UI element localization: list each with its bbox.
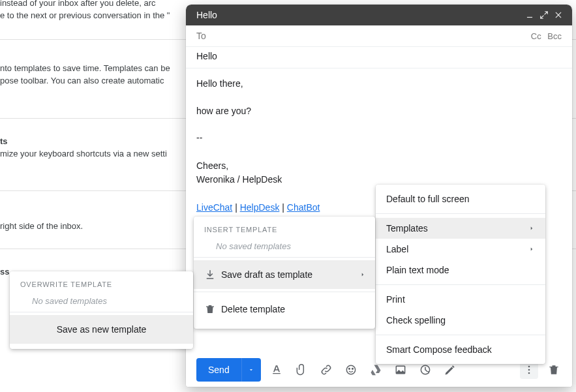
bg-line: nto templates to save time. Templates ca… bbox=[0, 63, 170, 73]
text-format-icon[interactable] bbox=[267, 361, 286, 379]
body-line: Hello there, bbox=[196, 78, 562, 91]
signature-separator: -- bbox=[196, 132, 562, 145]
chevron-right-icon bbox=[528, 223, 535, 234]
overwrite-section: OVERWRITE TEMPLATE bbox=[10, 277, 193, 292]
bg-line: e to the next or previous conversation i… bbox=[0, 10, 170, 20]
menu-save-as-new-template[interactable]: Save as new template bbox=[10, 315, 193, 344]
signature-line: Cheers, bbox=[196, 159, 562, 173]
templates-menu: INSERT TEMPLATE No saved templates Save … bbox=[194, 217, 375, 329]
to-field[interactable]: To Cc Bcc bbox=[186, 25, 572, 47]
link-livechat[interactable]: LiveChat bbox=[196, 202, 232, 213]
menu-check-spelling[interactable]: Check spelling bbox=[376, 310, 545, 331]
menu-delete-template[interactable]: Delete template bbox=[194, 295, 375, 324]
menu-default-fullscreen[interactable]: Default to full screen bbox=[376, 188, 545, 209]
send-button: Send bbox=[196, 358, 261, 382]
link-helpdesk[interactable]: HelpDesk bbox=[240, 202, 280, 213]
save-new-template-label: Save as new template bbox=[57, 324, 147, 335]
body-line: how are you? bbox=[196, 105, 562, 118]
emoji-icon[interactable] bbox=[342, 361, 360, 379]
menu-templates[interactable]: Templates bbox=[376, 218, 545, 239]
download-icon bbox=[204, 269, 221, 280]
menu-save-draft-as-template[interactable]: Save draft as template bbox=[194, 260, 375, 289]
bg-line: instead of your inbox after you delete, … bbox=[0, 0, 155, 8]
subject-value: Hello bbox=[196, 51, 217, 61]
send-options-button[interactable] bbox=[241, 358, 261, 382]
bg-line: pose toolbar. You can also create automa… bbox=[0, 76, 164, 85]
overwrite-empty: No saved templates bbox=[22, 292, 193, 309]
send-button-main[interactable]: Send bbox=[196, 358, 241, 382]
templates-section-insert: INSERT TEMPLATE bbox=[194, 222, 375, 237]
divider bbox=[194, 292, 375, 292]
svg-point-10 bbox=[528, 372, 530, 374]
bg-heading: ts bbox=[0, 136, 8, 146]
fullscreen-icon[interactable] bbox=[537, 8, 551, 22]
menu-print[interactable]: Print bbox=[376, 289, 545, 310]
menu-plain-text[interactable]: Plain text mode bbox=[376, 260, 545, 280]
svg-point-8 bbox=[528, 366, 530, 368]
link-separator: | bbox=[232, 202, 239, 213]
chevron-right-icon bbox=[528, 244, 535, 254]
trash-icon[interactable] bbox=[545, 361, 563, 379]
link-chatbot[interactable]: ChatBot bbox=[287, 202, 320, 213]
svg-point-9 bbox=[528, 369, 530, 371]
to-label: To bbox=[196, 31, 206, 41]
attach-icon[interactable] bbox=[292, 361, 311, 379]
minimize-icon[interactable] bbox=[523, 8, 537, 22]
templates-empty: No saved templates bbox=[205, 237, 375, 254]
overwrite-template-menu: OVERWRITE TEMPLATE No saved templates Sa… bbox=[10, 271, 193, 349]
subject-field[interactable]: Hello bbox=[186, 51, 572, 68]
trash-icon bbox=[204, 303, 221, 315]
chevron-right-icon bbox=[359, 269, 366, 280]
signature-block: Cheers, Weronika / HelpDesk bbox=[196, 159, 562, 187]
bcc-link[interactable]: Bcc bbox=[547, 31, 562, 41]
compose-title: Hello bbox=[196, 10, 523, 20]
link-icon[interactable] bbox=[317, 361, 335, 379]
more-options-menu: Default to full screen Templates Label P… bbox=[376, 185, 545, 364]
menu-label[interactable]: Label bbox=[376, 239, 545, 260]
link-separator: | bbox=[279, 202, 286, 213]
bg-line: mize your keyboard shortcuts via a new s… bbox=[0, 149, 167, 158]
compose-header[interactable]: Hello bbox=[186, 5, 572, 25]
divider bbox=[10, 312, 193, 312]
bg-heading: ss bbox=[0, 267, 9, 277]
menu-save-draft-label: Save draft as template bbox=[221, 269, 312, 280]
cc-bcc: Cc Bcc bbox=[527, 31, 562, 41]
close-icon[interactable] bbox=[551, 8, 566, 22]
svg-point-5 bbox=[352, 369, 353, 370]
cc-link[interactable]: Cc bbox=[531, 31, 541, 41]
svg-point-3 bbox=[346, 365, 355, 374]
menu-smart-compose-feedback[interactable]: Smart Compose feedback bbox=[376, 339, 545, 360]
svg-point-4 bbox=[348, 369, 350, 370]
menu-delete-template-label: Delete template bbox=[221, 304, 285, 314]
divider bbox=[194, 257, 375, 258]
bg-line: right side of the inbox. bbox=[0, 221, 83, 231]
